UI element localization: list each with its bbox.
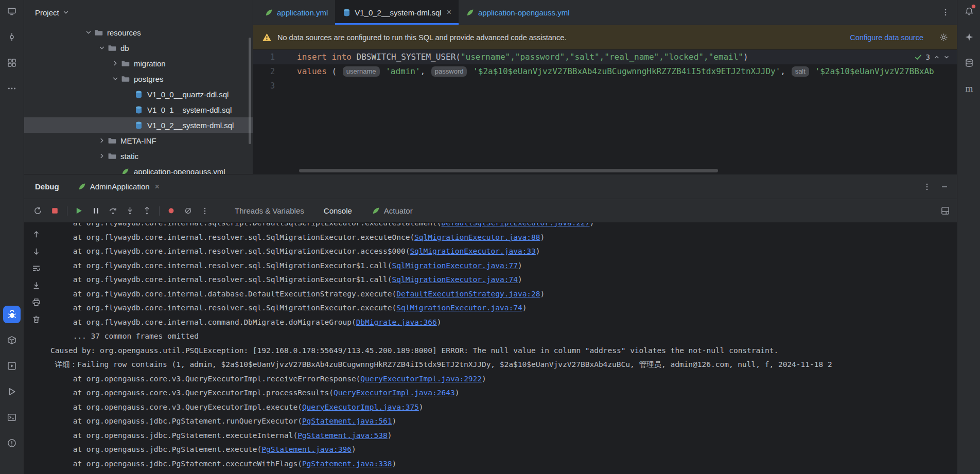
stack-trace-link[interactable]: DefaultSqlScriptExecutor.java:227 bbox=[442, 223, 590, 227]
console-text: ) bbox=[522, 304, 527, 312]
terminal-tool-button[interactable] bbox=[3, 409, 21, 426]
stack-trace-link[interactable]: SqlMigrationExecutor.java:88 bbox=[414, 233, 540, 241]
up-stack-trace-icon[interactable] bbox=[29, 227, 43, 241]
line-number[interactable]: 2 bbox=[253, 64, 275, 79]
project-scrollbar[interactable] bbox=[249, 38, 251, 144]
chevron-down-icon[interactable] bbox=[943, 54, 950, 60]
tree-item-application-opengauss-yml[interactable]: application-opengauss.yml bbox=[24, 164, 253, 174]
chevron-down-icon[interactable] bbox=[83, 29, 94, 36]
soft-wrap-icon[interactable] bbox=[29, 261, 43, 275]
resume-icon[interactable] bbox=[72, 204, 85, 218]
more-vertical-icon[interactable] bbox=[941, 8, 950, 16]
inspections-widget[interactable]: 3 bbox=[914, 53, 950, 61]
parameter-hint: salt bbox=[792, 66, 809, 77]
stack-trace-link[interactable]: PgStatement.java:396 bbox=[261, 445, 352, 453]
mute-breakpoints-icon[interactable] bbox=[181, 204, 195, 218]
console-text: at org.opengauss.core.v3.QueryExecutorIm… bbox=[50, 403, 302, 411]
tree-item-v1-0-1-system-ddl-sql[interactable]: V1_0_1__system-ddl.sql bbox=[24, 102, 253, 117]
print-icon[interactable] bbox=[29, 295, 43, 309]
stack-trace-link[interactable]: QueryExecutorImpl.java:375 bbox=[302, 403, 419, 411]
debug-session-tab[interactable]: AdminApplication × bbox=[78, 182, 160, 191]
code-text: insert into DBSWITCH_SYSTEM_USER("userna… bbox=[297, 50, 748, 64]
clear-console-icon[interactable] bbox=[29, 312, 43, 326]
close-icon[interactable]: × bbox=[155, 183, 160, 191]
chevron-right-icon[interactable] bbox=[110, 60, 120, 67]
editor-horizontal-scrollbar[interactable] bbox=[299, 169, 718, 172]
view-breakpoints-icon[interactable] bbox=[164, 204, 178, 218]
stack-trace-link[interactable]: SqlMigrationExecutor.java:74 bbox=[392, 275, 517, 284]
debug-panel-title: Debug bbox=[35, 182, 59, 191]
tree-item-label: application-opengauss.yml bbox=[134, 167, 225, 174]
run-tool-button[interactable] bbox=[3, 383, 21, 400]
debugger-tab-console[interactable]: Console bbox=[324, 206, 352, 215]
maven-tool-button[interactable]: m bbox=[960, 80, 978, 97]
chevron-right-icon[interactable] bbox=[97, 152, 107, 160]
stack-trace-link[interactable]: PgStatement.java:561 bbox=[302, 417, 392, 425]
editor-tab[interactable]: application-opengauss.yml bbox=[459, 0, 577, 25]
step-over-icon[interactable] bbox=[106, 204, 119, 218]
inspection-count: 3 bbox=[926, 53, 930, 61]
gear-icon[interactable] bbox=[939, 33, 948, 42]
project-panel-title: Project bbox=[35, 8, 59, 17]
spring-file-icon bbox=[265, 8, 273, 17]
console-text: at org.flywaydb.core.internal.resolver.s… bbox=[50, 304, 396, 312]
stack-trace-link[interactable]: PgStatement.java:338 bbox=[302, 460, 392, 468]
debug-tool-button[interactable] bbox=[3, 306, 21, 323]
tree-item-resources[interactable]: resources bbox=[24, 25, 253, 40]
chevron-up-icon[interactable] bbox=[934, 54, 940, 60]
more-actions-icon[interactable] bbox=[198, 204, 212, 218]
stack-trace-link[interactable]: SqlMigrationExecutor.java:33 bbox=[410, 247, 535, 255]
scroll-to-end-icon[interactable] bbox=[29, 278, 43, 292]
stack-trace-link[interactable]: PgStatement.java:538 bbox=[297, 431, 388, 440]
close-icon[interactable]: × bbox=[447, 8, 451, 16]
problems-tool-button[interactable] bbox=[3, 434, 21, 452]
stack-trace-link[interactable]: SqlMigrationExecutor.java:74 bbox=[396, 304, 522, 312]
editor-tab[interactable]: application.yml bbox=[257, 0, 335, 25]
chevron-down-icon[interactable] bbox=[97, 44, 107, 51]
tree-item-v1-0-0-quartz-ddl-sql[interactable]: V1_0_0__quartz-ddl.sql bbox=[24, 86, 253, 102]
tree-item-db[interactable]: db bbox=[24, 40, 253, 56]
project-panel-header[interactable]: Project bbox=[24, 0, 253, 25]
configure-datasource-link[interactable]: Configure data source bbox=[850, 33, 923, 42]
code-segment: "username","password","salt","real_name"… bbox=[461, 52, 743, 62]
structure-tool-button[interactable] bbox=[3, 54, 21, 72]
debugger-tab-threads-variables[interactable]: Threads & Variables bbox=[235, 206, 304, 215]
chevron-down-icon[interactable] bbox=[110, 75, 120, 82]
stack-trace-link[interactable]: DbMigrate.java:366 bbox=[356, 318, 437, 326]
layout-settings-icon[interactable] bbox=[941, 206, 950, 215]
stack-trace-link[interactable]: QueryExecutorImpl.java:2922 bbox=[360, 375, 482, 383]
tree-item-static[interactable]: static bbox=[24, 148, 253, 164]
chevron-right-icon[interactable] bbox=[97, 137, 107, 144]
database-tool-button[interactable] bbox=[960, 54, 978, 72]
down-stack-trace-icon[interactable] bbox=[29, 244, 43, 258]
line-number[interactable]: 1 bbox=[253, 50, 275, 64]
stop-icon[interactable] bbox=[48, 204, 61, 218]
more-tool-windows-button[interactable] bbox=[3, 80, 21, 97]
tree-item-meta-inf[interactable]: META-INF bbox=[24, 133, 253, 148]
commit-tool-button[interactable] bbox=[3, 28, 21, 46]
tree-item-v1-0-2-system-dml-sql[interactable]: V1_0_2__system-dml.sql bbox=[24, 117, 253, 133]
more-vertical-icon[interactable] bbox=[923, 183, 931, 191]
stack-trace-link[interactable]: SqlMigrationExecutor.java:77 bbox=[392, 261, 517, 270]
debugger-tab-actuator[interactable]: Actuator bbox=[372, 206, 413, 215]
stack-trace-link[interactable]: QueryExecutorImpl.java:2643 bbox=[334, 389, 455, 397]
pause-icon[interactable] bbox=[89, 204, 102, 218]
step-into-icon[interactable] bbox=[123, 204, 136, 218]
code-editor[interactable]: 1insert into DBSWITCH_SYSTEM_USER("usern… bbox=[253, 50, 957, 174]
rerun-icon[interactable] bbox=[31, 204, 44, 218]
project-tool-button[interactable] bbox=[3, 3, 21, 20]
ai-assistant-button[interactable] bbox=[960, 28, 978, 46]
build-tool-button[interactable] bbox=[3, 331, 21, 349]
editor-tab[interactable]: V1_0_2__system-dml.sql× bbox=[335, 0, 459, 25]
tree-item-migration[interactable]: migration bbox=[24, 56, 253, 71]
console-text: ) bbox=[540, 290, 545, 298]
console-text: at org.flywaydb.core.internal.resolver.s… bbox=[50, 275, 392, 284]
notifications-button[interactable] bbox=[960, 3, 978, 20]
line-number[interactable]: 3 bbox=[253, 79, 275, 93]
services-tool-button[interactable] bbox=[3, 357, 21, 375]
minimize-icon[interactable] bbox=[940, 183, 949, 191]
stack-trace-link[interactable]: DefaultExecutionStrategy.java:28 bbox=[396, 290, 540, 298]
debug-console[interactable]: at org.flywaydb.core.internal.sqlscript.… bbox=[48, 223, 957, 474]
tree-item-postgres[interactable]: postgres bbox=[24, 71, 253, 86]
step-out-icon[interactable] bbox=[140, 204, 153, 218]
